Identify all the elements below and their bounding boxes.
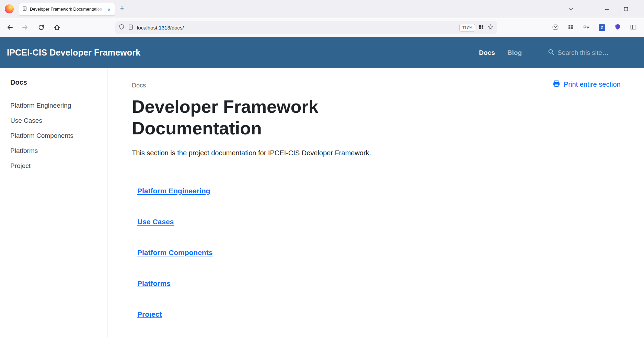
search-icon	[548, 49, 554, 57]
sidebar-nav-list: Platform Engineering Use Cases Platform …	[10, 100, 99, 171]
tracking-shield-icon[interactable]	[119, 24, 125, 31]
reload-icon[interactable]	[38, 24, 45, 31]
section-link-use-cases[interactable]: Use Cases	[137, 218, 174, 226]
url-host: localhost	[137, 25, 157, 31]
sidebar-item-use-cases[interactable]: Use Cases	[10, 116, 99, 125]
tab-favicon-icon	[22, 6, 27, 12]
page-title: Developer Framework Documentation	[132, 96, 420, 140]
sidebar-item-project[interactable]: Project	[10, 161, 99, 171]
nav-item-docs[interactable]: Docs	[479, 49, 495, 57]
sidebar-item-platform-components[interactable]: Platform Components	[10, 131, 99, 141]
section-link-platforms[interactable]: Platforms	[137, 279, 171, 288]
section-link-platform-engineering[interactable]: Platform Engineering	[137, 187, 210, 195]
sidebar-heading: Docs	[10, 79, 95, 92]
tab-bar: Developer Framework Documentation × +	[0, 0, 644, 18]
url-bar[interactable]: localhost:1313/docs/ 117%	[115, 21, 497, 34]
password-key-icon[interactable]	[583, 24, 589, 32]
forward-icon[interactable]	[22, 24, 29, 31]
tab-close-icon[interactable]: ×	[106, 6, 112, 13]
browser-tab[interactable]: Developer Framework Documentation ×	[19, 3, 115, 16]
printer-icon	[553, 80, 560, 89]
pocket-icon[interactable]	[552, 24, 559, 32]
zotero-extension-icon[interactable]: Z	[599, 24, 605, 31]
site-title[interactable]: IPCEI-CIS Developer Framework	[7, 48, 140, 58]
print-section-link[interactable]: Print entire section	[553, 80, 644, 89]
firefox-logo-icon[interactable]	[5, 4, 14, 13]
site-nav: Docs Blog	[479, 49, 637, 57]
privacy-shield-extension-icon[interactable]	[614, 24, 621, 32]
sidebar-item-platforms[interactable]: Platforms	[10, 146, 99, 156]
url-text[interactable]: localhost:1313/docs/	[137, 25, 456, 31]
sidebar-item-platform-engineering[interactable]: Platform Engineering	[10, 100, 99, 110]
maximize-button[interactable]	[624, 0, 628, 18]
section-link-platform-components[interactable]: Platform Components	[137, 249, 212, 257]
site-search[interactable]	[548, 49, 637, 57]
tab-title: Developer Framework Documentation	[30, 7, 106, 12]
tab-list-chevron-icon[interactable]	[569, 0, 574, 18]
docs-sidebar: Docs Platform Engineering Use Cases Plat…	[0, 68, 107, 338]
new-tab-button[interactable]: +	[120, 4, 124, 13]
main-content: Docs Developer Framework Documentation T…	[107, 68, 545, 338]
nav-item-blog[interactable]: Blog	[507, 49, 522, 57]
site-header: IPCEI-CIS Developer Framework Docs Blog	[0, 37, 644, 68]
sidebar-toggle-icon[interactable]	[630, 24, 636, 32]
containers-grid-icon[interactable]	[479, 24, 484, 31]
page-body: Docs Platform Engineering Use Cases Plat…	[0, 68, 644, 338]
print-link-label: Print entire section	[564, 81, 621, 88]
home-icon[interactable]	[54, 24, 60, 31]
intro-paragraph: This section is the project documentatio…	[132, 149, 538, 157]
search-input[interactable]	[557, 49, 637, 57]
divider	[132, 168, 538, 168]
url-path: :1313/docs/	[157, 25, 184, 31]
breadcrumb: Docs	[132, 82, 538, 89]
zoom-level-badge[interactable]: 117%	[459, 24, 475, 32]
back-icon[interactable]	[6, 24, 13, 31]
browser-chrome: Developer Framework Documentation × +	[0, 0, 644, 37]
right-sidebar: Print entire section	[545, 68, 644, 338]
extensions-icon[interactable]	[568, 24, 574, 31]
section-link-project[interactable]: Project	[137, 310, 162, 318]
browser-toolbar: localhost:1313/docs/ 117% Z	[0, 18, 644, 37]
bookmark-star-icon[interactable]	[487, 24, 494, 32]
site-info-page-icon[interactable]	[128, 24, 134, 31]
minimize-button[interactable]	[605, 0, 609, 18]
